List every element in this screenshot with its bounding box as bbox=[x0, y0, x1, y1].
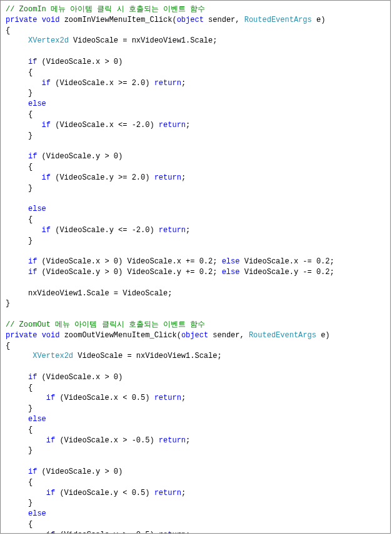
kw-if: if bbox=[28, 58, 37, 66]
kw-return: return bbox=[154, 394, 181, 402]
brace: { bbox=[6, 163, 33, 171]
kw-else: else bbox=[222, 257, 240, 266]
code-text: (VideoScale.x >= 2.0) bbox=[51, 79, 154, 88]
code-pre: // ZoomIn 메뉴 아이템 클릭 시 호출되는 이벤트 함수 privat… bbox=[6, 4, 385, 534]
code-text: (VideoScale.x > 0) VideoScale.x += 0.2; bbox=[37, 257, 221, 266]
kw-if: if bbox=[28, 257, 37, 266]
param: e) bbox=[312, 16, 326, 24]
indent bbox=[6, 352, 33, 360]
fn-name: zoomOutViewMenuItem_Click bbox=[64, 331, 177, 340]
kw-return: return bbox=[159, 226, 186, 235]
brace: } bbox=[6, 237, 33, 245]
code-text: VideoScale.y -= 0.2; bbox=[239, 268, 334, 277]
comment-zoomin: // ZoomIn 메뉴 아이템 클릭 시 호출되는 이벤트 함수 bbox=[6, 5, 205, 14]
brace: { bbox=[6, 26, 10, 35]
indent bbox=[6, 58, 28, 66]
code-text: (VideoScale.x <= -2.0) bbox=[51, 121, 159, 130]
code-text: (VideoScale.x < 0.5) bbox=[55, 394, 154, 402]
code-text: nxVideoView1.Scale = VideoScale; bbox=[6, 289, 172, 298]
kw-return: return bbox=[159, 121, 186, 130]
indent bbox=[6, 257, 28, 266]
kw-if: if bbox=[46, 394, 55, 402]
comment-zoomout: // ZoomOut 메뉴 아이템 클릭시 호출되는 이벤트 함수 bbox=[6, 320, 205, 329]
code-text: (VideoScale.y <= -2.0) bbox=[51, 226, 159, 235]
brace: { bbox=[6, 520, 33, 529]
brace: } bbox=[6, 499, 33, 507]
type-routedeventargs: RoutedEventArgs bbox=[244, 16, 312, 24]
kw-private: private bbox=[6, 16, 37, 24]
semi: ; bbox=[181, 173, 186, 182]
kw-if: if bbox=[28, 467, 37, 476]
brace: } bbox=[6, 89, 33, 98]
param: e) bbox=[316, 331, 330, 340]
param: sender, bbox=[204, 16, 244, 24]
code-text: (VideoScale.y > 0) VideoScale.y += 0.2; bbox=[37, 268, 221, 277]
code-text: (VideoScale.y > 0) bbox=[37, 152, 123, 161]
kw-if: if bbox=[46, 489, 55, 497]
kw-if: if bbox=[42, 173, 51, 182]
code-text: (VideoScale.x > 0) bbox=[37, 373, 123, 382]
kw-return: return bbox=[154, 173, 181, 182]
indent bbox=[6, 394, 46, 402]
brace: } bbox=[6, 299, 10, 308]
semi: ; bbox=[186, 121, 190, 130]
indent bbox=[6, 531, 46, 534]
code-text: (VideoScale.y > -0.5) bbox=[55, 531, 159, 534]
code-text: (VideoScale.y > 0) bbox=[37, 467, 123, 476]
brace: } bbox=[6, 404, 33, 413]
kw-object: object bbox=[181, 331, 208, 340]
kw-object: object bbox=[177, 16, 204, 24]
semi: ; bbox=[181, 79, 186, 88]
kw-return: return bbox=[154, 79, 181, 88]
kw-else: else bbox=[28, 509, 46, 518]
kw-if: if bbox=[46, 531, 55, 534]
indent bbox=[6, 268, 28, 277]
code-text: VideoScale.x -= 0.2; bbox=[239, 257, 334, 266]
kw-return: return bbox=[159, 531, 186, 534]
kw-if: if bbox=[28, 152, 37, 161]
indent bbox=[6, 436, 46, 445]
kw-return: return bbox=[159, 436, 186, 445]
brace: { bbox=[6, 384, 33, 392]
brace: { bbox=[6, 110, 33, 119]
indent bbox=[6, 509, 28, 518]
indent bbox=[6, 79, 42, 88]
semi: ; bbox=[186, 436, 190, 445]
indent bbox=[6, 173, 42, 182]
kw-if: if bbox=[42, 79, 51, 88]
brace: { bbox=[6, 215, 33, 224]
kw-if: if bbox=[42, 121, 51, 130]
brace: } bbox=[6, 131, 33, 140]
kw-private: private bbox=[6, 331, 37, 340]
paren: ( bbox=[172, 16, 176, 24]
brace: } bbox=[6, 184, 33, 193]
semi: ; bbox=[186, 226, 190, 235]
type-routedeventargs: RoutedEventArgs bbox=[249, 331, 316, 340]
semi: ; bbox=[181, 394, 186, 402]
brace: { bbox=[6, 425, 33, 434]
fn-name: zoomInViewMenuItem_Click bbox=[64, 16, 173, 24]
kw-if: if bbox=[28, 268, 37, 277]
brace: { bbox=[6, 478, 33, 487]
indent bbox=[6, 152, 28, 161]
indent bbox=[6, 467, 28, 476]
kw-if: if bbox=[46, 436, 55, 445]
kw-void: void bbox=[42, 331, 60, 340]
indent bbox=[6, 415, 28, 424]
kw-void: void bbox=[42, 16, 60, 24]
indent bbox=[6, 99, 28, 108]
kw-else: else bbox=[28, 205, 46, 213]
brace: { bbox=[6, 68, 33, 77]
kw-else: else bbox=[222, 268, 240, 277]
brace: } bbox=[6, 446, 33, 455]
code-text: (VideoScale.x > -0.5) bbox=[55, 436, 159, 445]
kw-else: else bbox=[28, 99, 46, 108]
indent bbox=[6, 36, 28, 45]
param: sender, bbox=[208, 331, 249, 340]
indent bbox=[6, 205, 28, 213]
indent bbox=[6, 226, 42, 235]
kw-return: return bbox=[154, 489, 181, 497]
code-text: (VideoScale.x > 0) bbox=[37, 58, 123, 66]
brace: { bbox=[6, 342, 10, 350]
indent bbox=[6, 121, 42, 130]
